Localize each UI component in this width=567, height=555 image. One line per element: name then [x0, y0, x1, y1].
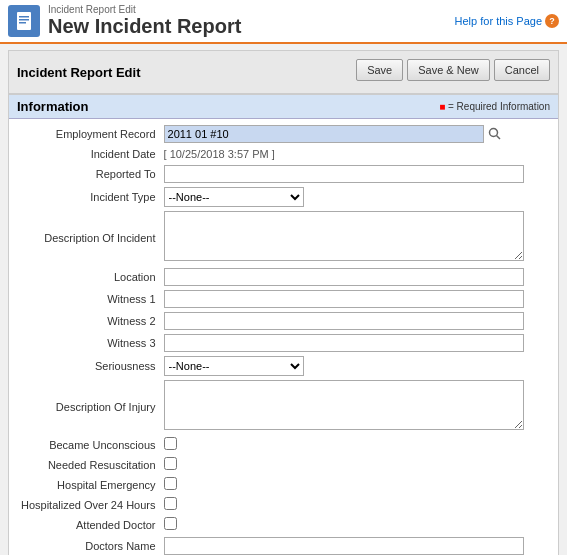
witness1-label: Witness 1: [17, 288, 160, 310]
required-text: = Required Information: [448, 101, 550, 112]
top-toolbar: Save Save & New Cancel: [356, 55, 550, 85]
required-legend: ■ = Required Information: [439, 101, 550, 112]
help-link[interactable]: Help for this Page ?: [455, 14, 559, 28]
incident-report-icon: [8, 5, 40, 37]
main-content: Incident Report Edit Save Save & New Can…: [0, 44, 567, 555]
location-input[interactable]: [164, 268, 524, 286]
form-container: Information ■ = Required Information Emp…: [8, 94, 559, 555]
seriousness-select[interactable]: --None--: [164, 356, 304, 376]
description-injury-label: Description Of Injury: [17, 378, 160, 435]
hospitalized-over-checkbox[interactable]: [164, 497, 177, 510]
hospital-emergency-checkbox[interactable]: [164, 477, 177, 490]
form-table: Employment Record: [17, 123, 550, 555]
seriousness-cell: --None--: [160, 354, 550, 378]
reported-to-input[interactable]: [164, 165, 524, 183]
hospital-emergency-row: Hospital Emergency: [17, 475, 550, 495]
needed-resuscitation-row: Needed Resuscitation: [17, 455, 550, 475]
reported-to-row: Reported To: [17, 163, 550, 185]
hospitalized-over-cell: [160, 495, 550, 515]
became-unconscious-label: Became Unconscious: [17, 435, 160, 455]
hospitalized-over-row: Hospitalized Over 24 Hours: [17, 495, 550, 515]
description-injury-cell: [160, 378, 550, 435]
incident-type-select[interactable]: --None--: [164, 187, 304, 207]
needed-resuscitation-label: Needed Resuscitation: [17, 455, 160, 475]
save-new-button-top[interactable]: Save & New: [407, 59, 490, 81]
attended-doctor-cell: [160, 515, 550, 535]
attended-doctor-row: Attended Doctor: [17, 515, 550, 535]
witness2-label: Witness 2: [17, 310, 160, 332]
description-incident-row: Description Of Incident: [17, 209, 550, 266]
witness3-input[interactable]: [164, 334, 524, 352]
witness3-row: Witness 3: [17, 332, 550, 354]
seriousness-row: Seriousness --None--: [17, 354, 550, 378]
doctors-name-row: Doctors Name: [17, 535, 550, 555]
reported-to-cell: [160, 163, 550, 185]
needed-resuscitation-checkbox[interactable]: [164, 457, 177, 470]
witness1-row: Witness 1: [17, 288, 550, 310]
svg-point-4: [489, 128, 497, 136]
employment-search-button[interactable]: [487, 127, 503, 143]
witness1-input[interactable]: [164, 290, 524, 308]
witness2-cell: [160, 310, 550, 332]
became-unconscious-row: Became Unconscious: [17, 435, 550, 455]
incident-date-cell: [ 10/25/2018 3:57 PM ]: [160, 145, 550, 163]
location-label: Location: [17, 266, 160, 288]
incident-date-label: Incident Date: [17, 145, 160, 163]
description-incident-label: Description Of Incident: [17, 209, 160, 266]
help-text: Help for this Page: [455, 15, 542, 27]
description-incident-cell: [160, 209, 550, 266]
header-text-group: Incident Report Edit New Incident Report: [48, 4, 241, 38]
attended-doctor-checkbox[interactable]: [164, 517, 177, 530]
section-header: Incident Report Edit Save Save & New Can…: [8, 50, 559, 94]
doctors-name-label: Doctors Name: [17, 535, 160, 555]
svg-rect-1: [19, 16, 29, 18]
hospital-emergency-cell: [160, 475, 550, 495]
doctors-name-cell: [160, 535, 550, 555]
description-incident-textarea[interactable]: [164, 211, 524, 261]
employment-record-input[interactable]: [164, 125, 484, 143]
employment-record-cell: [160, 123, 550, 145]
witness2-input[interactable]: [164, 312, 524, 330]
incident-type-cell: --None--: [160, 185, 550, 209]
location-row: Location: [17, 266, 550, 288]
save-button-top[interactable]: Save: [356, 59, 403, 81]
became-unconscious-cell: [160, 435, 550, 455]
hospital-emergency-label: Hospital Emergency: [17, 475, 160, 495]
witness1-cell: [160, 288, 550, 310]
reported-to-label: Reported To: [17, 163, 160, 185]
seriousness-label: Seriousness: [17, 354, 160, 378]
incident-date-value: [ 10/25/2018 3:57 PM ]: [164, 148, 275, 160]
info-title: Information: [17, 99, 89, 114]
svg-rect-3: [19, 22, 26, 24]
form-fields: Employment Record: [9, 119, 558, 555]
required-star: ■: [439, 101, 445, 112]
page-header: Incident Report Edit New Incident Report…: [0, 0, 567, 44]
incident-type-row: Incident Type --None--: [17, 185, 550, 209]
became-unconscious-checkbox[interactable]: [164, 437, 177, 450]
hospitalized-over-label: Hospitalized Over 24 Hours: [17, 495, 160, 515]
header-subtitle: Incident Report Edit: [48, 4, 241, 15]
cancel-button-top[interactable]: Cancel: [494, 59, 550, 81]
attended-doctor-label: Attended Doctor: [17, 515, 160, 535]
needed-resuscitation-cell: [160, 455, 550, 475]
help-icon: ?: [545, 14, 559, 28]
doctors-name-input[interactable]: [164, 537, 524, 555]
employment-record-label: Employment Record: [17, 123, 160, 145]
description-injury-textarea[interactable]: [164, 380, 524, 430]
description-injury-row: Description Of Injury: [17, 378, 550, 435]
incident-type-label: Incident Type: [17, 185, 160, 209]
witness2-row: Witness 2: [17, 310, 550, 332]
section-title: Incident Report Edit: [17, 65, 141, 80]
location-cell: [160, 266, 550, 288]
employment-record-row: Employment Record: [17, 123, 550, 145]
witness3-cell: [160, 332, 550, 354]
info-section-header: Information ■ = Required Information: [9, 95, 558, 119]
svg-line-5: [496, 135, 500, 139]
svg-rect-2: [19, 19, 29, 21]
header-left: Incident Report Edit New Incident Report: [8, 4, 241, 38]
incident-date-row: Incident Date [ 10/25/2018 3:57 PM ]: [17, 145, 550, 163]
page-title: New Incident Report: [48, 15, 241, 38]
witness3-label: Witness 3: [17, 332, 160, 354]
svg-rect-0: [17, 12, 31, 30]
